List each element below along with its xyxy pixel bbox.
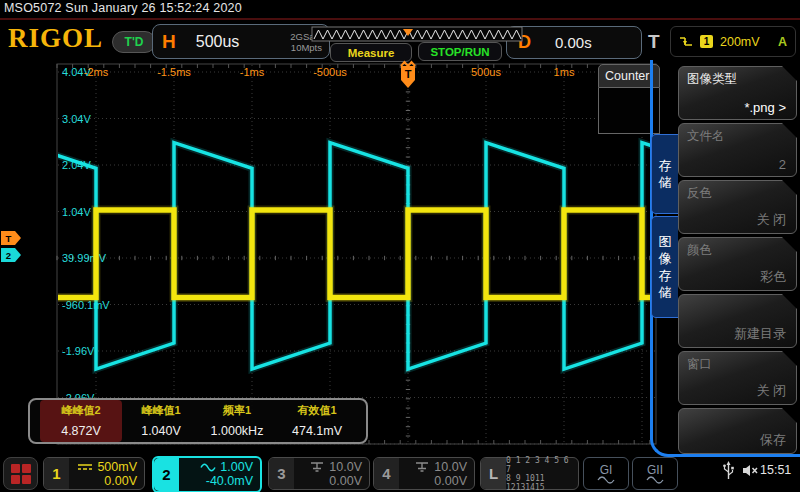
channel-number: 1: [44, 458, 69, 489]
menu-item-3[interactable]: 反色关 闭: [678, 180, 797, 234]
channel-2-button[interactable]: 21.00V-40.0mV: [152, 456, 262, 492]
speaker-muted-icon: [742, 463, 759, 478]
channel-info: 500mV0.00V: [69, 458, 144, 489]
clock: 15:51: [760, 463, 791, 477]
sidebar-tab-2[interactable]: 图像存储: [651, 216, 678, 318]
channel-3-button[interactable]: 310.0V0.00V: [268, 457, 370, 490]
trigger-field: 1 200mV A: [670, 26, 796, 57]
trigger-position-marker[interactable]: [401, 66, 415, 88]
trigger-source-badge: 1: [700, 35, 713, 48]
generator1-button[interactable]: GI: [583, 457, 629, 490]
time-label: 500us: [471, 66, 501, 78]
falling-edge-icon: [679, 36, 693, 48]
menu-item-label: 反色: [687, 185, 712, 202]
measurement-4[interactable]: 有效值1474.1mV: [274, 400, 360, 442]
volt-label: -1.96V: [62, 345, 95, 357]
time-label: -2ms: [84, 66, 109, 78]
trigger-flag-crown: [401, 62, 415, 66]
sine-icon: [597, 476, 615, 484]
usb-icon: [722, 461, 735, 481]
channel-number: 4: [374, 458, 399, 489]
time-label: 1ms: [554, 66, 575, 78]
menu-item-4[interactable]: 颜色彩色: [678, 237, 797, 291]
ch1-trace: [57, 210, 658, 298]
ch1-trace-glow: [57, 210, 658, 298]
measurement-3[interactable]: 频率11.000kHz: [200, 400, 274, 442]
stop-run-button[interactable]: STOP/RUN: [418, 42, 502, 61]
horizontal-settings-button[interactable]: H 500us 2GSa/s 10Mpts: [152, 24, 330, 59]
channel-scale: 10.0V: [329, 460, 362, 474]
trigger-label: T: [648, 31, 670, 53]
model-and-datetime: MSO5072 Sun January 26 15:52:24 2020: [4, 1, 604, 18]
ch2-position-marker[interactable]: [1, 248, 21, 262]
menu-item-label: 图像类型: [687, 71, 737, 88]
menu-item-value: *.png >: [744, 100, 786, 115]
measurement-value: 1.000kHz: [200, 424, 274, 438]
channel-offset: 0.00V: [104, 474, 137, 488]
trigger-level-marker[interactable]: [1, 231, 21, 245]
measurement-2[interactable]: 峰峰值11.040V: [122, 400, 200, 442]
sine-icon: [646, 476, 664, 484]
menu-item-1[interactable]: 图像类型*.png >: [678, 66, 797, 120]
storage-menu: 存储图像存储 图像类型*.png >文件名2反色关 闭颜色彩色新建目录窗口关 闭…: [648, 60, 800, 456]
measurement-label: 有效值1: [274, 403, 360, 418]
generator2-button[interactable]: GII: [632, 457, 678, 490]
volt-label: 39.99mV: [62, 252, 107, 264]
measurement-value: 4.872V: [40, 424, 122, 438]
channel-4-button[interactable]: 410.0V0.00V: [373, 457, 475, 490]
measurement-value: 474.1mV: [274, 424, 360, 438]
sidebar-tab-1[interactable]: 存储: [651, 134, 678, 214]
memory-depth: 10Mpts: [291, 42, 322, 53]
volt-label: 4.04V: [62, 66, 91, 78]
volt-label: 2.04V: [62, 159, 91, 171]
trigger-sweep-mode: A: [778, 35, 787, 49]
sample-rate: 2GSa/s: [290, 31, 322, 42]
menu-item-value: 关 闭: [756, 382, 786, 400]
logic-channels-button[interactable]: L 0 1 2 3 4 5 6 7 8 9 1011 12131415: [480, 457, 579, 490]
menu-item-label: 颜色: [687, 242, 712, 259]
volt-label: 3.04V: [62, 113, 91, 125]
logic-row-2: 8 9 1011 12131415: [506, 474, 578, 492]
channel-1-button[interactable]: 1500mV0.00V: [43, 457, 145, 490]
timebase-value: 500us: [196, 33, 240, 51]
time-label: -500us: [313, 66, 347, 78]
menu-item-2[interactable]: 文件名2: [678, 123, 797, 177]
channel-number: 3: [269, 458, 294, 489]
measurement-label: 频率1: [200, 403, 274, 418]
channel-info: 10.0V0.00V: [294, 458, 369, 489]
menu-item-value: 关 闭: [756, 211, 786, 229]
menu-item-value: 彩色: [760, 268, 786, 286]
trigger-level-value: 200mV: [720, 35, 760, 49]
time-label: -1.5ms: [157, 66, 191, 78]
trigger-status-badge: T'D: [112, 31, 156, 53]
measure-button[interactable]: Measure: [330, 43, 412, 62]
sample-rate-memory: 2GSa/s 10Mpts: [290, 31, 322, 53]
menu-item-label: 窗口: [687, 356, 712, 373]
channel-info: 10.0V0.00V: [399, 458, 474, 489]
logic-digits: 0 1 2 3 4 5 6 7 8 9 1011 12131415: [506, 458, 578, 489]
generator1-label: GI: [600, 464, 613, 476]
marker-label: 2: [6, 250, 11, 261]
trigger-settings-button[interactable]: T 1 200mV A: [648, 26, 796, 57]
ch2-trace: [57, 143, 658, 369]
overview-trigger-pointer: [403, 29, 413, 36]
delay-settings-button[interactable]: D 0.00s: [506, 26, 642, 59]
measurement-1[interactable]: 峰峰值24.872V: [40, 400, 122, 442]
measurement-panel: 峰峰值24.872V峰峰值11.040V频率11.000kHz有效值1474.1…: [28, 398, 368, 444]
menu-item-6[interactable]: 窗口关 闭: [678, 351, 797, 405]
horizontal-label: H: [162, 31, 176, 53]
channel-info: 1.00V-40.0mV: [179, 458, 260, 491]
grid-frame: [57, 64, 656, 444]
generator2-label: GII: [647, 464, 663, 476]
main-menu-button[interactable]: [3, 457, 38, 490]
menu-item-7[interactable]: 保存: [678, 408, 797, 454]
channel-number: 2: [154, 458, 179, 491]
volt-label: -960.1mV: [62, 299, 110, 311]
measurement-label: 峰峰值2: [40, 403, 122, 418]
header-separator: [0, 18, 800, 20]
menu-item-value: 保存: [760, 431, 786, 449]
channel-scale: 1.00V: [220, 460, 253, 474]
menu-item-5[interactable]: 新建目录: [678, 294, 797, 348]
menu-item-value: 新建目录: [734, 325, 786, 343]
logic-row-1: 0 1 2 3 4 5 6 7: [506, 456, 578, 474]
